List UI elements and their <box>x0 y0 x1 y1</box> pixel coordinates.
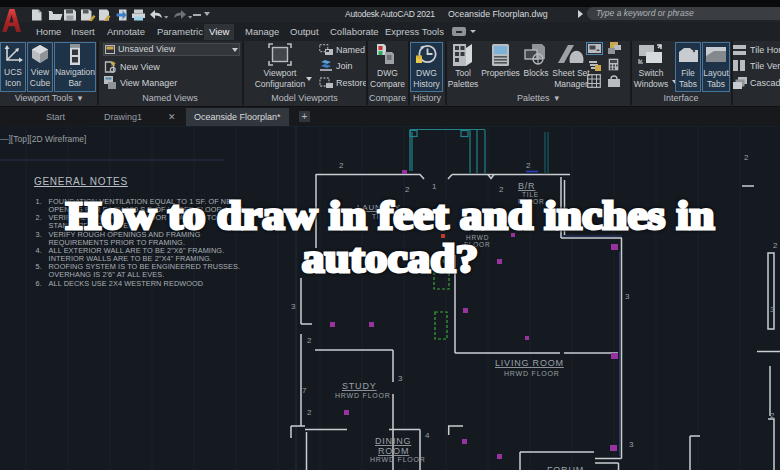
svg-text:3: 3 <box>629 440 634 449</box>
svg-text:2: 2 <box>339 161 344 170</box>
svg-text:2: 2 <box>770 411 775 420</box>
svg-text:2: 2 <box>307 336 312 345</box>
svg-text:3: 3 <box>625 292 630 301</box>
svg-text:ROOM: ROOM <box>378 446 409 456</box>
svg-text:3: 3 <box>770 305 775 314</box>
svg-text:HRWD FLOOR: HRWD FLOOR <box>335 392 391 399</box>
svg-text:3: 3 <box>291 302 296 311</box>
svg-text:HRWD FLOOR: HRWD FLOOR <box>504 370 560 377</box>
svg-text:FORUM: FORUM <box>547 465 584 470</box>
svg-text:STUDY: STUDY <box>342 381 377 391</box>
svg-text:4: 4 <box>425 431 430 440</box>
svg-text:2: 2 <box>307 408 312 417</box>
svg-text:3: 3 <box>398 374 403 383</box>
svg-text:LIVING ROOM: LIVING ROOM <box>495 358 564 368</box>
svg-text:B/R: B/R <box>518 181 535 191</box>
svg-text:HRWD FLOOR: HRWD FLOOR <box>370 456 426 463</box>
svg-text:2: 2 <box>744 153 749 162</box>
svg-text:7: 7 <box>302 386 307 395</box>
svg-text:DINING: DINING <box>375 436 411 446</box>
svg-text:2: 2 <box>526 161 531 170</box>
